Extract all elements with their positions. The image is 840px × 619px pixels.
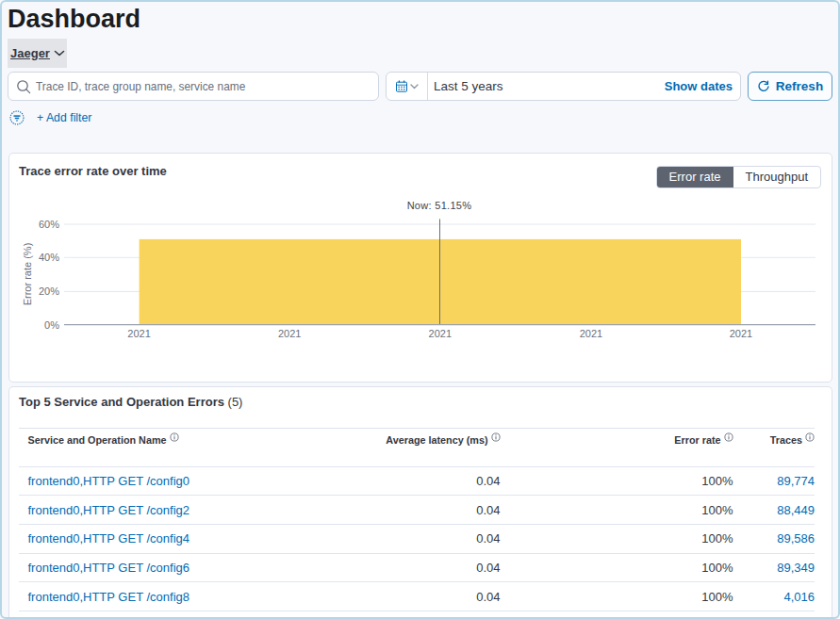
svg-text:60%: 60% [39,219,59,230]
svg-text:Now: 51.15%: Now: 51.15% [407,200,472,211]
svg-text:2021: 2021 [580,328,602,339]
svg-text:0%: 0% [44,319,59,331]
svg-text:2021: 2021 [429,328,452,339]
svg-text:2021: 2021 [127,328,150,339]
svg-text:2021: 2021 [730,328,752,339]
svg-text:40%: 40% [39,252,59,263]
svg-text:Error rate (%): Error rate (%) [22,243,33,306]
svg-text:2021: 2021 [278,328,301,339]
svg-text:20%: 20% [39,285,59,297]
